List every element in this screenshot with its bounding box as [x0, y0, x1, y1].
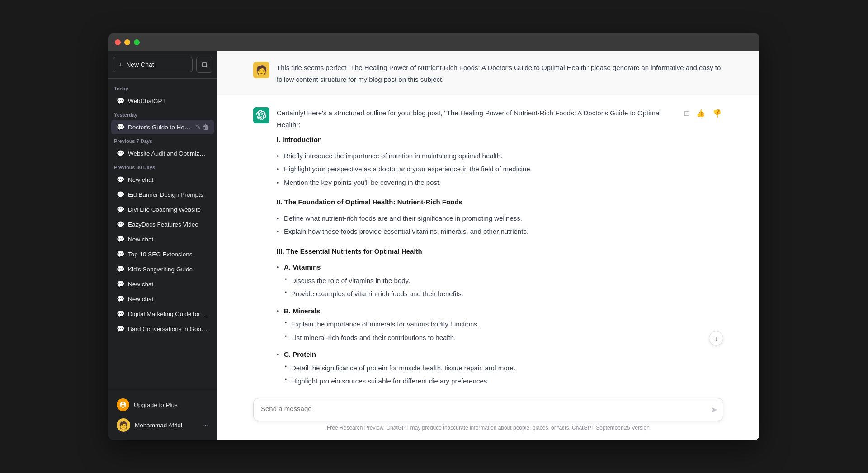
chat-bubble-icon-3: 💬 — [117, 150, 124, 157]
chat-bubble-icon-10: 💬 — [117, 265, 124, 273]
chat-bubble-icon: 💬 — [117, 97, 124, 104]
chat-name-seo: Top 10 SEO Extensions — [128, 251, 209, 258]
chat-item-kids[interactable]: 💬 Kid's Songwriting Guide — [111, 262, 214, 276]
section-intro-bullets: Briefly introduce the importance of nutr… — [277, 149, 675, 189]
close-button[interactable] — [115, 39, 121, 45]
chat-item-digital[interactable]: 💬 Digital Marketing Guide for St... — [111, 307, 214, 321]
chat-name-bard: Bard Conversations in Google... — [128, 326, 209, 332]
delete-icon[interactable]: 🗑 — [203, 123, 209, 131]
subsection-protein-title: C. Protein — [277, 348, 675, 361]
assistant-message-content: Certainly! Here's a structured outline f… — [277, 107, 675, 391]
sidebar-header: + New Chat □ — [108, 51, 217, 79]
chat-bubble-icon-11: 💬 — [117, 280, 124, 288]
section-foundation-bullets: Define what nutrient-rich foods are and … — [277, 212, 675, 238]
user-message-avatar: 🧑 — [253, 62, 269, 78]
upgrade-to-plus[interactable]: Upgrade to Plus — [111, 395, 214, 415]
chat-item-3[interactable]: 💬 New chat — [111, 292, 214, 306]
titlebar — [108, 33, 760, 51]
chat-item-2[interactable]: 💬 New chat — [111, 277, 214, 291]
chat-name-eazydocs: EazyDocs Features Video — [128, 221, 209, 228]
chat-item-seo[interactable]: 💬 Top 10 SEO Extensions — [111, 247, 214, 261]
chat-item-eazydocs[interactable]: 💬 EazyDocs Features Video — [111, 217, 214, 232]
sub-bullet-item: Discuss the role of vitamins in the body… — [291, 274, 675, 288]
user-message-text: This title seems perfect "The Healing Po… — [277, 64, 721, 83]
bullet-item: Define what nutrient-rich foods are and … — [277, 212, 675, 225]
message-actions: □ 👍 👎 — [683, 107, 723, 119]
chat-item-0[interactable]: 💬 New chat — [111, 172, 214, 187]
chat-item-1[interactable]: 💬 New chat — [111, 232, 214, 246]
chat-bubble-icon-5: 💬 — [117, 191, 124, 198]
chat-item-eid[interactable]: 💬 Eid Banner Design Prompts — [111, 187, 214, 202]
user-message-content: This title seems perfect "The Healing Po… — [277, 62, 723, 85]
user-more-icon[interactable]: ··· — [202, 421, 209, 430]
section-intro-title: I. Introduction — [277, 134, 675, 146]
plus-icon: + — [119, 61, 123, 68]
action-icons: ✎ 🗑 — [195, 123, 209, 131]
section-nutrients-title: III. The Essential Nutrients for Optimal… — [277, 246, 675, 257]
chat-name-2: New chat — [128, 281, 209, 288]
gpt-avatar — [253, 107, 269, 123]
assistant-intro: Certainly! Here's a structured outline f… — [277, 107, 675, 130]
user-message: 🧑 This title seems perfect "The Healing … — [217, 51, 760, 96]
sidebar-toggle-icon: □ — [202, 61, 207, 69]
chat-input[interactable] — [254, 398, 723, 419]
sidebar-footer: Upgrade to Plus 🧑 Mohammad Afridi ··· — [108, 390, 217, 440]
chat-bubble-icon-8: 💬 — [117, 236, 124, 243]
edit-icon[interactable]: ✎ — [195, 123, 201, 131]
input-area: ➤ Free Research Preview. ChatGPT may pro… — [217, 391, 760, 440]
copy-button[interactable]: □ — [683, 108, 691, 119]
subsection-protein: C. Protein Detail the significance of pr… — [277, 348, 675, 388]
chat-item-website-audit[interactable]: 💬 Website Audit and Optimizati... — [111, 146, 214, 161]
subsection-minerals-title: B. Minerals — [277, 304, 675, 318]
upgrade-label: Upgrade to Plus — [134, 402, 178, 408]
thumbdown-button[interactable]: 👎 — [711, 107, 723, 119]
chat-name-digital: Digital Marketing Guide for St... — [128, 311, 209, 317]
chat-bubble-icon-2: 💬 — [117, 123, 124, 131]
send-button[interactable]: ➤ — [711, 405, 717, 415]
thumbup-button[interactable]: 👍 — [694, 107, 707, 119]
chat-item-divi[interactable]: 💬 Divi Life Coaching Website — [111, 202, 214, 217]
user-avatar: 🧑 — [117, 418, 130, 432]
chat-bubble-icon-9: 💬 — [117, 251, 124, 258]
section-today-label: Today — [108, 82, 217, 93]
sub-bullet-item: List mineral-rich foods and their contri… — [291, 331, 675, 345]
new-chat-button[interactable]: + New Chat — [113, 57, 193, 72]
chat-name-webchatgpt: WebChatGPT — [128, 98, 209, 104]
subsection-vitamins: A. Vitamins Discuss the role of vitamins… — [277, 260, 675, 301]
scroll-down-icon: ↓ — [715, 335, 718, 342]
user-profile[interactable]: 🧑 Mohammad Afridi ··· — [111, 415, 214, 435]
subsection-protein-bullets: Detail the significance of protein for m… — [277, 361, 675, 388]
section-yesterday-label: Yesterday — [108, 109, 217, 119]
chat-name-1: New chat — [128, 236, 209, 243]
sub-bullet-item: Provide examples of vitamin-rich foods a… — [291, 287, 675, 301]
app-body: + New Chat □ Today 💬 WebChatGPT Yesterda… — [108, 51, 760, 440]
subsection-vitamins-title: A. Vitamins — [277, 260, 675, 274]
main-content: 🧑 This title seems perfect "The Healing … — [217, 51, 760, 440]
section-foundation-title: II. The Foundation of Optimal Health: Nu… — [277, 196, 675, 208]
subsection-minerals: B. Minerals Explain the importance of mi… — [277, 304, 675, 345]
chat-item-doctors-guide[interactable]: 💬 Doctor's Guide to Heal... ✎ 🗑 — [111, 120, 214, 134]
sidebar-nav: Today 💬 WebChatGPT Yesterday 💬 Doctor's … — [108, 79, 217, 390]
sub-bullet-item: Explain the importance of minerals for v… — [291, 317, 675, 331]
send-icon: ➤ — [711, 405, 717, 414]
subsection-vitamins-bullets: Discuss the role of vitamins in the body… — [277, 274, 675, 301]
upgrade-icon — [117, 398, 129, 411]
app-window: + New Chat □ Today 💬 WebChatGPT Yesterda… — [108, 33, 760, 440]
new-chat-label: New Chat — [126, 61, 154, 68]
chat-item-webchatgpt[interactable]: 💬 WebChatGPT — [111, 94, 214, 108]
chat-name-eid: Eid Banner Design Prompts — [128, 191, 209, 198]
chat-name-divi: Divi Life Coaching Website — [128, 206, 209, 213]
chat-area: 🧑 This title seems perfect "The Healing … — [217, 51, 760, 391]
minimize-button[interactable] — [124, 39, 130, 45]
input-wrapper: ➤ — [253, 398, 723, 421]
chat-item-bard[interactable]: 💬 Bard Conversations in Google... — [111, 322, 214, 336]
section-prev30-label: Previous 30 Days — [108, 161, 217, 172]
chat-bubble-icon-12: 💬 — [117, 295, 124, 303]
scroll-down-button[interactable]: ↓ — [709, 331, 723, 345]
chat-bubble-icon-6: 💬 — [117, 206, 124, 213]
assistant-message: Certainly! Here's a structured outline f… — [217, 96, 760, 391]
maximize-button[interactable] — [134, 39, 140, 45]
sub-bullet-item: Detail the significance of protein for m… — [291, 361, 675, 375]
footer-version-link[interactable]: ChatGPT September 25 Version — [572, 425, 650, 431]
sidebar-toggle-button[interactable]: □ — [196, 57, 212, 73]
